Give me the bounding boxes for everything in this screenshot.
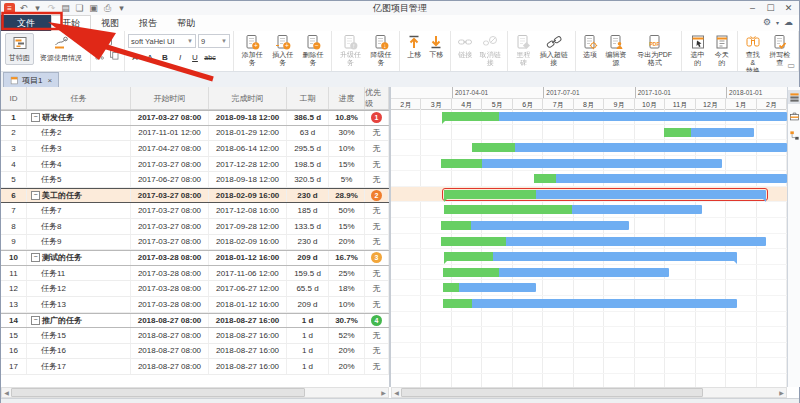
font-toggle-i[interactable]: I	[173, 50, 187, 64]
ribbon-button-doc-add[interactable]: +添加任务	[238, 33, 266, 68]
ribbon-button-options[interactable]: 选项	[580, 33, 600, 60]
font-toggle-size0[interactable]: A	[128, 50, 142, 64]
ribbon-button-export-pdf[interactable]: PDF导出为PDF格式	[632, 33, 678, 68]
scroll-right-icon[interactable]: ▶	[777, 388, 786, 397]
collapse-icon[interactable]: −	[31, 253, 40, 262]
collapse-icon[interactable]: −	[31, 191, 40, 200]
gantt-hscroll-thumb[interactable]	[401, 388, 703, 397]
cloud-icon[interactable]: ☁	[784, 17, 793, 27]
ribbon-button-move-up[interactable]: 上移	[404, 33, 424, 60]
save-icon[interactable]: ▣	[88, 3, 99, 14]
panel-toggle-toolbox-panel[interactable]	[788, 109, 800, 123]
font-size-select[interactable]: 9▼	[198, 34, 230, 48]
collapse-ribbon-icon[interactable]: ▭	[787, 61, 795, 70]
tab-project1[interactable]: 项目1×	[3, 72, 59, 87]
table-row-task-16[interactable]: 16任务162018-08-27 08:002018-08-27 16:001 …	[1, 344, 389, 360]
menu-item-view[interactable]: 视图	[91, 15, 129, 31]
gantt-bar-task-6[interactable]	[444, 190, 766, 199]
table-row-task-7[interactable]: 7任务72017-03-27 08:002017-12-08 16:00185 …	[1, 203, 389, 219]
gantt-bar-task-1[interactable]	[442, 112, 787, 121]
redo-icon[interactable]: ↷	[46, 3, 57, 14]
column-header-duration[interactable]: 工期	[287, 87, 329, 109]
table-row-task-1[interactable]: 1−研发任务2017-03-27 08:002018-09-18 12:0038…	[1, 110, 389, 126]
table-hscrollbar[interactable]: ◀ ▶	[1, 387, 389, 398]
dropdown-caret-icon[interactable]: ▾	[776, 19, 779, 26]
close-button[interactable]: ✕	[780, 1, 797, 14]
gantt-bar-task-5[interactable]	[534, 174, 787, 183]
copy-icon[interactable]	[109, 49, 121, 61]
gantt-bar-task-13[interactable]	[443, 299, 737, 308]
column-header-progress[interactable]: 进度	[329, 87, 365, 109]
table-row-task-6[interactable]: 6−美工的任务2017-03-27 08:002018-02-09 16:002…	[1, 188, 389, 204]
maximize-button[interactable]: ☐	[762, 1, 779, 14]
ribbon-view-resource[interactable]: 资源使用情况	[36, 33, 86, 65]
tab-close-icon[interactable]: ×	[47, 76, 52, 85]
font-toggle-b[interactable]: B	[158, 50, 172, 64]
column-header-start[interactable]: 开始时间	[131, 87, 209, 109]
gantt-bar-task-11[interactable]	[443, 268, 669, 277]
ribbon-button-doc-demote[interactable]: ↓降级任务	[367, 33, 395, 68]
table-row-task-13[interactable]: 13任务132017-03-28 08:002018-01-12 16:0020…	[1, 297, 389, 313]
collapse-icon[interactable]: −	[31, 113, 40, 122]
ribbon-button-doc-remove[interactable]: −删除任务	[299, 33, 327, 68]
new-doc-icon[interactable]: ▤	[60, 3, 71, 14]
ribbon-button-doc-insert[interactable]: +插入任务	[268, 33, 296, 68]
panel-toggle-workflow-panel[interactable]	[788, 128, 800, 142]
column-header-priority[interactable]: 优先级	[365, 87, 389, 109]
gantt-bar-task-7[interactable]	[444, 205, 702, 214]
stamp-icon[interactable]: ❏	[74, 3, 85, 14]
gantt-bar-task-10[interactable]	[444, 252, 737, 261]
gantt-bar-task-2[interactable]	[664, 128, 754, 137]
undo-icon[interactable]: ↶	[18, 3, 29, 14]
gantt-bar-task-12[interactable]	[443, 283, 536, 292]
ribbon-button-hyperlink[interactable]: 插入超链接	[537, 33, 572, 68]
menu-item-report[interactable]: 报告	[129, 15, 167, 31]
ribbon-view-gantt[interactable]: 甘特图	[5, 33, 34, 65]
table-row-task-10[interactable]: 10−测试的任务2017-03-28 08:002018-01-12 16:00…	[1, 250, 389, 266]
panel-toggle-gantt-panel[interactable]	[788, 90, 800, 104]
font-toggle-u[interactable]: U	[188, 50, 202, 64]
table-row-task-9[interactable]: 9任务92017-03-27 08:002018-02-09 16:00230 …	[1, 235, 389, 251]
ribbon-button-today-task[interactable]: 今天的	[711, 33, 733, 68]
scroll-left-icon[interactable]: ◀	[392, 388, 401, 397]
scroll-left-icon[interactable]: ◀	[2, 388, 11, 397]
table-row-task-4[interactable]: 4任务42017-03-27 08:002017-12-28 12:00198.…	[1, 157, 389, 173]
gantt-hscrollbar[interactable]: ◀ ▶	[391, 387, 787, 398]
table-row-task-17[interactable]: 17任务172018-08-27 08:002018-08-27 16:001 …	[1, 359, 389, 375]
ribbon-button-selected-task[interactable]: 选中的	[686, 33, 708, 68]
settings-gear-icon[interactable]: ⚙	[763, 17, 771, 27]
table-hscroll-thumb[interactable]	[11, 388, 305, 397]
table-row-task-12[interactable]: 12任务122017-03-28 08:002017-06-27 12:0065…	[1, 281, 389, 297]
collapse-icon[interactable]: −	[31, 316, 40, 325]
ribbon-button-move-down[interactable]: 下移	[426, 33, 446, 60]
print-icon[interactable]: ⎙	[102, 3, 113, 14]
font-family-select[interactable]: soft YaHei UI▼	[128, 34, 196, 48]
font-toggle-s[interactable]: abc	[203, 50, 217, 64]
font-toggle-size1[interactable]: A	[143, 50, 157, 64]
menu-item-file[interactable]: 文件	[1, 15, 51, 31]
table-row-task-2[interactable]: 2任务22017-11-01 12:002018-01-29 12:0063 d…	[1, 126, 389, 142]
table-row-task-15[interactable]: 15任务152018-08-27 08:002018-08-27 16:001 …	[1, 328, 389, 344]
ribbon-button-find-replace[interactable]: 查找 & 替换	[742, 33, 764, 76]
menu-item-start[interactable]: 开始	[51, 15, 91, 31]
column-header-task[interactable]: 任务	[27, 87, 131, 109]
menu-item-help[interactable]: 帮助	[167, 15, 205, 31]
table-row-task-3[interactable]: 3任务32017-04-27 08:002018-06-14 12:00295.…	[1, 141, 389, 157]
cut-icon[interactable]	[94, 49, 106, 61]
table-row-task-11[interactable]: 11任务112017-03-28 08:002017-11-06 12:0015…	[1, 266, 389, 282]
gantt-bar-task-3[interactable]	[472, 143, 787, 152]
paste-icon[interactable]	[101, 33, 115, 47]
ribbon-button-edit-resource[interactable]: 编辑资源	[602, 33, 630, 68]
undo-dropdown-icon[interactable]: ▾	[32, 3, 43, 14]
gantt-bar-task-9[interactable]	[441, 237, 766, 246]
minimize-button[interactable]: –	[744, 1, 761, 14]
qat-dropdown-icon[interactable]: ▾	[116, 3, 127, 14]
table-row-task-8[interactable]: 8任务82017-03-27 08:002017-09-28 12:00133.…	[1, 219, 389, 235]
table-row-task-5[interactable]: 5任务52017-06-27 08:002018-09-18 12:00320.…	[1, 172, 389, 188]
column-header-id[interactable]: ID	[1, 87, 27, 109]
table-row-task-14[interactable]: 14−推广的任务2018-08-27 08:002018-08-27 16:00…	[1, 313, 389, 329]
column-header-finish[interactable]: 完成时间	[209, 87, 287, 109]
scroll-right-icon[interactable]: ▶	[379, 388, 388, 397]
gantt-bar-task-8[interactable]	[441, 221, 629, 230]
gantt-bar-task-4[interactable]	[441, 159, 722, 168]
